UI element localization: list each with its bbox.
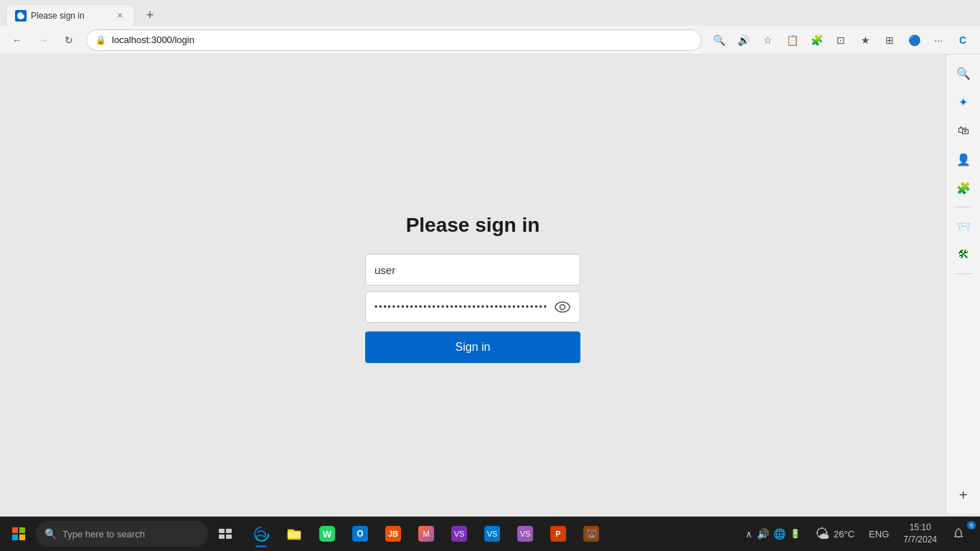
svg-rect-8 (226, 529, 232, 533)
tab-bar: Please sign in ✕ + (0, 0, 980, 26)
menu-icon[interactable]: ··· (927, 29, 950, 52)
tab-title: Please sign in (31, 11, 110, 21)
taskbar-app-whatsapp[interactable]: W (311, 518, 343, 550)
taskbar-app-vs[interactable]: VS (443, 518, 475, 550)
svg-rect-6 (19, 534, 25, 540)
active-tab[interactable]: Please sign in ✕ (6, 4, 135, 26)
taskbar-search-text: Type here to search (62, 529, 145, 540)
forward-button[interactable]: → (32, 29, 55, 52)
clock-time: 15:10 (910, 522, 931, 534)
new-tab-button[interactable]: + (139, 4, 161, 26)
read-aloud-icon[interactable]: 🔊 (732, 29, 755, 52)
taskbar-weather[interactable]: 🌤 26°C (809, 518, 860, 550)
login-container: Please sign in Sign in (365, 214, 580, 363)
browser-essentials-icon[interactable]: 📋 (781, 29, 804, 52)
login-title: Please sign in (406, 214, 540, 237)
browser-sidebar: 🔍 ✦ 🛍 👤 🧩 📨 🛠 + (946, 55, 980, 514)
svg-rect-3 (12, 527, 18, 533)
address-text: localhost:3000/login (112, 34, 692, 45)
taskbar-app-meets[interactable]: M (410, 518, 442, 550)
taskbar-app-vs-purple[interactable]: VS (509, 518, 541, 550)
taskbar-app-explorer[interactable] (278, 518, 310, 550)
password-input[interactable] (365, 291, 580, 323)
sidebar-search-icon[interactable]: 🔍 (951, 60, 976, 86)
sign-in-button[interactable]: Sign in (365, 331, 580, 363)
svg-point-2 (560, 305, 565, 310)
main-content: Please sign in Sign in (0, 55, 946, 522)
taskbar-app-bear[interactable]: 🐻 (575, 518, 607, 550)
extensions-icon[interactable]: 🧩 (805, 29, 828, 52)
tab-close-button[interactable]: ✕ (114, 10, 126, 22)
sidebar-profile-icon[interactable]: 👤 (951, 146, 976, 172)
svg-rect-9 (219, 534, 225, 539)
network-icon: 🌐 (773, 528, 786, 540)
split-screen-icon[interactable]: ⊡ (829, 29, 852, 52)
back-button[interactable]: ← (6, 29, 29, 52)
nav-bar: ← → ↻ 🔒 localhost:3000/login 🔍 🔊 ☆ 📋 🧩 ⊡… (0, 26, 980, 55)
taskbar-app-outlook[interactable]: O (344, 518, 376, 550)
tab-favicon (15, 10, 27, 22)
svg-rect-11 (288, 532, 301, 538)
taskbar-task-view[interactable] (209, 518, 241, 550)
taskbar-search[interactable]: 🔍 Type here to search (36, 521, 208, 547)
fav-collections-icon[interactable]: ★ (854, 29, 877, 52)
toggle-password-button[interactable] (552, 298, 573, 316)
chevron-up-icon: ∧ (745, 529, 753, 540)
taskbar-clock[interactable]: 15:10 7/7/2024 (897, 518, 943, 550)
copilot-icon[interactable]: C (951, 29, 974, 52)
password-wrapper (365, 291, 580, 323)
nav-right-icons: 🔍 🔊 ☆ 📋 🧩 ⊡ ★ ⊞ 🔵 ··· C (707, 29, 974, 52)
sidebar-divider (955, 207, 972, 207)
svg-rect-4 (19, 527, 25, 533)
reload-button[interactable]: ↻ (57, 29, 80, 52)
svg-rect-5 (12, 534, 18, 540)
sidebar-extensions-icon[interactable]: 🧩 (951, 175, 976, 201)
collections-icon[interactable]: ⊞ (878, 29, 901, 52)
language-label: ENG (869, 529, 889, 540)
svg-point-1 (555, 302, 570, 312)
edge-bar-icon[interactable]: 🔵 (903, 29, 925, 52)
svg-rect-7 (219, 529, 225, 533)
taskbar-app-powerpoint[interactable]: P (542, 518, 574, 550)
speaker-icon: 🔊 (757, 528, 769, 540)
sidebar-add-icon[interactable]: + (951, 482, 976, 508)
address-bar[interactable]: 🔒 localhost:3000/login (86, 29, 702, 51)
taskbar-right: ∧ 🔊 🌐 🔋 🌤 26°C ENG 15:10 7/7/2024 5 (740, 518, 977, 550)
notification-button[interactable]: 5 (946, 521, 971, 547)
taskbar: 🔍 Type here to search W (0, 517, 980, 551)
username-input[interactable] (365, 254, 580, 286)
weather-temp: 26°C (834, 529, 854, 540)
sidebar-outlook-icon[interactable]: 📨 (951, 213, 976, 239)
sidebar-tools-icon[interactable]: 🛠 (951, 242, 976, 268)
search-nav-icon[interactable]: 🔍 (707, 29, 730, 52)
taskbar-apps: W O JB M VS VS VS P 🐻 (245, 518, 607, 550)
battery-icon: 🔋 (790, 529, 801, 539)
sidebar-divider-2 (955, 273, 972, 274)
start-button[interactable] (3, 518, 34, 550)
svg-rect-10 (226, 534, 232, 539)
taskbar-sys-tray[interactable]: ∧ 🔊 🌐 🔋 (740, 518, 806, 550)
taskbar-search-icon: 🔍 (44, 528, 57, 540)
lock-icon: 🔒 (95, 35, 106, 45)
favorites-icon[interactable]: ☆ (756, 29, 779, 52)
weather-icon: 🌤 (815, 526, 829, 542)
clock-date: 7/7/2024 (903, 534, 937, 546)
taskbar-app-vscode[interactable]: VS (476, 518, 508, 550)
taskbar-language[interactable]: ENG (863, 518, 895, 550)
taskbar-app-edge[interactable] (245, 518, 277, 550)
sidebar-copilot-icon[interactable]: ✦ (951, 89, 976, 115)
taskbar-app-jetbrains[interactable]: JB (377, 518, 409, 550)
sidebar-shopping-icon[interactable]: 🛍 (951, 118, 976, 143)
